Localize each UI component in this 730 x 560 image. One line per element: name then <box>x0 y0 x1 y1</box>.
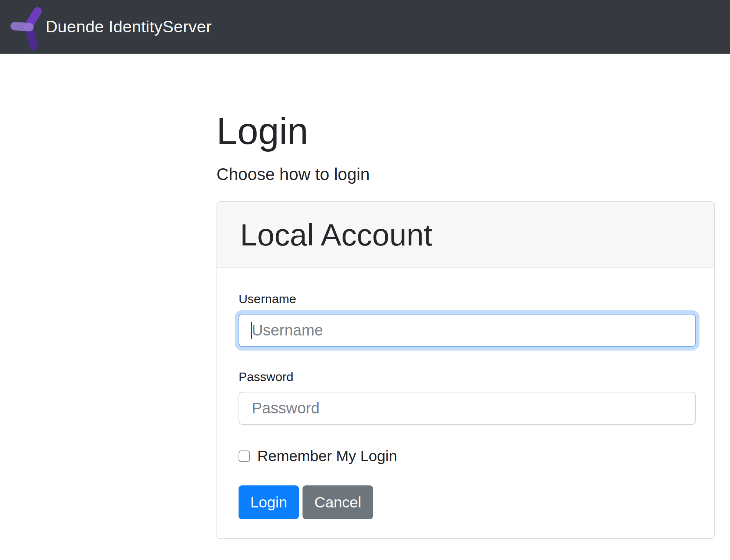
navbar: Duende IdentityServer <box>0 0 730 54</box>
card-body: Username Password Remember My Login Logi… <box>217 268 714 538</box>
page-title: Login <box>217 109 715 154</box>
password-label: Password <box>239 369 696 384</box>
password-field-group: Password <box>239 369 696 425</box>
login-button[interactable]: Login <box>239 485 299 519</box>
card-header-title: Local Account <box>240 217 432 253</box>
card-header: Local Account <box>217 202 714 268</box>
page-subtitle: Choose how to login <box>217 163 715 185</box>
remember-checkbox[interactable] <box>239 450 250 462</box>
text-caret <box>251 322 252 339</box>
password-input[interactable] <box>239 392 696 425</box>
remember-label[interactable]: Remember My Login <box>257 448 397 465</box>
button-row: Login Cancel <box>239 485 696 519</box>
remember-row: Remember My Login <box>239 448 696 465</box>
username-field-group: Username <box>239 291 696 347</box>
brand[interactable]: Duende IdentityServer <box>10 1 212 53</box>
username-input-wrap <box>239 314 696 347</box>
cancel-button[interactable]: Cancel <box>303 485 373 519</box>
duende-logo-icon <box>10 5 45 53</box>
password-input-wrap <box>239 392 696 425</box>
local-account-card: Local Account Username Password Remember… <box>217 201 715 539</box>
login-page: Login Choose how to login Local Account … <box>217 109 715 539</box>
username-label: Username <box>239 291 696 306</box>
username-input[interactable] <box>239 314 696 347</box>
brand-title: Duende IdentityServer <box>46 17 212 36</box>
